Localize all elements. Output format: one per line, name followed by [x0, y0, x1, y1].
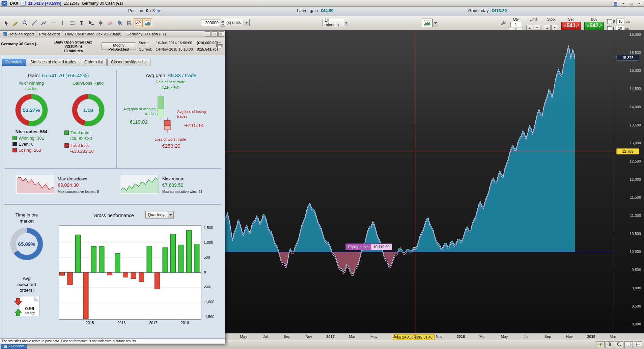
maximize-window-button[interactable]: □	[212, 31, 218, 37]
close-window-button[interactable]: ×	[218, 31, 224, 37]
gross-performance-bar	[139, 272, 144, 282]
vertical-line-icon[interactable]	[58, 18, 67, 27]
equity-chart-canvas[interactable]: 16,00015,50015,00014,50014,00013,50013,0…	[225, 30, 644, 340]
divider	[4, 168, 222, 169]
gross-performance-bar	[194, 244, 199, 273]
minimize-button[interactable]: −	[620, 1, 627, 6]
eraser-icon[interactable]	[105, 18, 114, 27]
qty-input[interactable]	[510, 22, 521, 27]
time-axis[interactable]: Thu 24-Aug-2017 01:40 MayJulSepNov2017Ma…	[225, 333, 644, 340]
polyline-icon[interactable]	[39, 18, 48, 27]
gross-x-label: 2015	[83, 321, 96, 325]
fibonacci-icon[interactable]	[67, 18, 77, 27]
gross-y-label: -1,500	[204, 315, 214, 319]
tab-instrument[interactable]: Germany 30 Cash (€1)	[124, 31, 168, 37]
fill-icon[interactable]	[115, 18, 124, 27]
total-loss-value: -€30,283.10	[64, 149, 93, 154]
gross-performance-bar	[171, 234, 176, 273]
zoom-icon[interactable]	[20, 18, 29, 27]
print-icon[interactable]	[216, 42, 223, 50]
chart-style-icon	[422, 19, 432, 27]
price-axis-label: 15,500	[629, 51, 641, 55]
winning-swatch	[12, 136, 17, 140]
display-quantity-input[interactable]	[201, 20, 220, 26]
zoom-out-icon[interactable]	[615, 341, 623, 348]
tab-statistics[interactable]: Statistics of closed trades	[27, 59, 80, 66]
worst-trade-value: -€258.20	[117, 143, 224, 149]
price-axis[interactable]: 16,00015,50015,00014,50014,00013,50013,0…	[615, 30, 644, 333]
chart-style-dropdown[interactable]	[422, 19, 438, 27]
trade-range-candles-icon	[156, 93, 175, 138]
nbr-trades: Nbr trades: 564	[16, 129, 48, 134]
position-settings-gear-icon[interactable]	[157, 8, 161, 13]
divider	[4, 204, 222, 205]
wrench-icon[interactable]	[499, 18, 508, 27]
trash-icon[interactable]	[124, 18, 133, 27]
split-vertical-layout-icon[interactable]	[624, 341, 633, 348]
stop-checkbox[interactable]	[607, 19, 612, 24]
units-select[interactable]: (x) units	[224, 19, 250, 26]
close-button[interactable]: ×	[636, 1, 643, 6]
max-drawdown-value: €3,094.30	[58, 182, 79, 188]
worst-trade-label: Loss of worst trade	[117, 137, 224, 141]
stop-label: Stop	[547, 17, 555, 21]
timeframe-select[interactable]: 10 minutes	[322, 19, 349, 26]
losing-swatch	[12, 148, 17, 152]
s-points-input[interactable]: 10	[616, 19, 624, 24]
info-icon[interactable]: i	[21, 1, 26, 6]
gross-performance-bar	[76, 235, 81, 272]
gross-performance-bar	[115, 254, 120, 272]
gross-performance-bar	[107, 272, 112, 275]
time-axis-label: Jul	[388, 335, 403, 339]
price-axis-label: 14,500	[629, 87, 641, 91]
sell-column: Sell 11541.3	[561, 17, 581, 30]
avg-orders-title: Avg executed orders:	[13, 275, 40, 293]
gross-y-label: -500	[204, 285, 211, 289]
gross-period-select[interactable]: Quarterly	[145, 211, 174, 219]
buy-button[interactable]: 11542.3	[584, 22, 604, 30]
apps-grid-icon[interactable]: ▦	[612, 1, 619, 6]
text-icon[interactable]: T	[77, 18, 86, 27]
tab-strategy-name[interactable]: Daily Open Strad Dax V2(10Min)	[62, 31, 124, 37]
time-axis-label: Sep	[410, 335, 425, 339]
orders-page-icon: 0.99 per day	[20, 296, 39, 316]
maximize-button[interactable]: □	[628, 1, 635, 6]
time-axis-label: Mar	[606, 335, 620, 339]
probacktest-red-icon[interactable]	[134, 18, 143, 27]
winning-trades-block: % of winning trades 53.37% Nbr trades: 5…	[3, 81, 60, 154]
app-window: DAX i 11,541.8 (+0.59%) 15:12:43 Germany…	[0, 0, 644, 349]
start-capital: [€10,000.00]	[197, 41, 218, 45]
tab-orders-list[interactable]: Orders list	[81, 59, 107, 66]
tab-closed-positions[interactable]: Closed positions list	[107, 59, 150, 66]
gross-x-label: 2018	[178, 321, 192, 325]
crosshair-icon[interactable]	[96, 18, 105, 27]
header-strategy: Daily Open Strad Dax V2(10Min)	[45, 40, 101, 48]
cursor-icon[interactable]	[1, 18, 10, 27]
modify-probacktest-button[interactable]: Modify ProBacktest	[102, 42, 136, 50]
price-axis-label: 12,500	[629, 159, 641, 163]
tab-detailed-report[interactable]: Detailed report	[1, 31, 36, 37]
symbol-price: 11,541.8 (+0.59%)	[28, 1, 61, 6]
sell-button[interactable]: 11541.3	[561, 22, 581, 30]
winning-donut: 53.37%	[16, 94, 48, 126]
probacktest-area-icon[interactable]	[143, 18, 152, 27]
tab-probacktest[interactable]: ProBacktest	[36, 31, 62, 37]
trendline-icon[interactable]	[30, 18, 39, 27]
gross-performance-bar	[187, 230, 192, 272]
pointer-plus-icon[interactable]	[86, 18, 95, 27]
best-trade-label: Gain of best trade	[117, 80, 224, 84]
gross-y-label: 1,000	[204, 240, 213, 244]
detach-window-button[interactable]: ▫	[205, 31, 211, 37]
pen-icon[interactable]	[11, 18, 20, 27]
tab-overview[interactable]: Overview	[2, 59, 26, 66]
start-label: Start:	[139, 40, 155, 46]
gross-performance-bar	[91, 246, 96, 272]
chart-settings-icon[interactable]	[596, 341, 605, 348]
zoom-in-icon[interactable]	[606, 341, 614, 348]
avg-orders-block: Avg executed orders: 0.99 per day	[3, 275, 50, 316]
total-loss-swatch	[64, 143, 69, 148]
qty-label: Qty	[513, 17, 519, 21]
horizontal-line-icon[interactable]	[49, 18, 58, 27]
split-horizontal-layout-icon[interactable]	[634, 341, 642, 348]
position-max: / 3	[150, 8, 155, 13]
